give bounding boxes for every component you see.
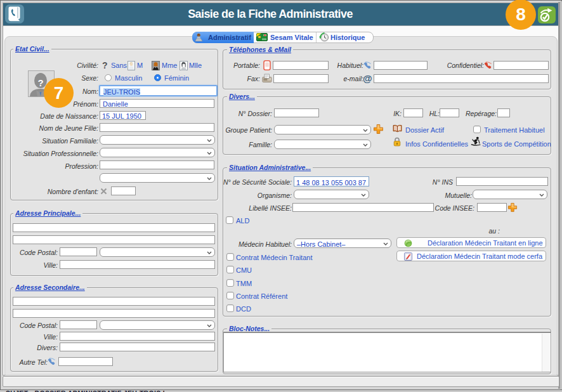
svg-text:?: ?: [37, 77, 43, 88]
